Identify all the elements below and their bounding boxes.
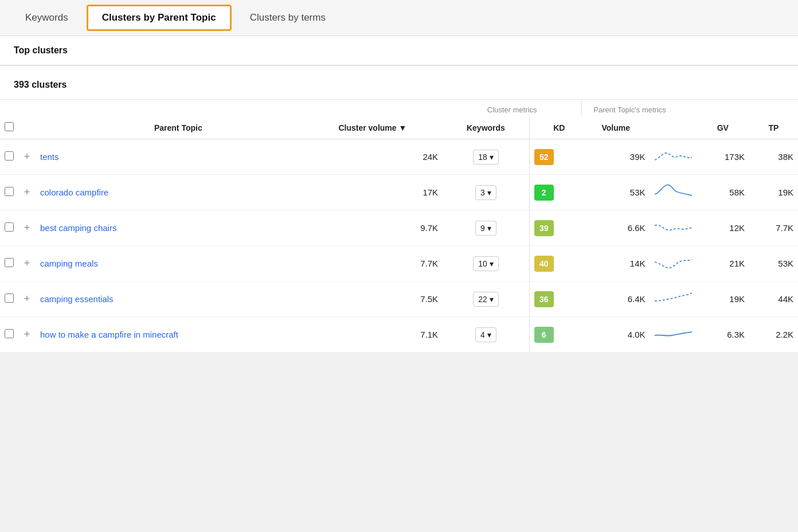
keywords-count: 9	[480, 224, 485, 233]
cluster-volume-cell: 7.1K	[303, 317, 443, 353]
row-checkbox-cell	[0, 317, 18, 353]
topic-link[interactable]: how to make a campfire in minecraft	[40, 330, 178, 339]
volume-cell: 6.6K	[582, 210, 650, 246]
keywords-cell: 22 ▾	[443, 281, 529, 317]
expand-icon[interactable]: +	[18, 175, 36, 210]
expand-icon[interactable]: +	[18, 281, 36, 317]
parent-metrics-label: Parent Topic's metrics	[582, 100, 798, 116]
volume-cell: 4.0K	[582, 317, 650, 353]
volume-cell: 6.4K	[582, 281, 650, 317]
tp-cell: 53K	[749, 246, 798, 281]
col-keywords: Keywords	[443, 116, 529, 139]
cluster-volume-cell: 24K	[303, 139, 443, 175]
keywords-badge[interactable]: 18 ▾	[473, 150, 499, 165]
col-cluster-volume[interactable]: Cluster volume ▼	[303, 116, 443, 139]
row-checkbox[interactable]	[5, 294, 14, 303]
cluster-volume-cell: 9.7K	[303, 210, 443, 246]
clusters-count: 393 clusters	[14, 80, 67, 89]
topic-link[interactable]: tents	[40, 152, 59, 162]
select-all-checkbox[interactable]	[5, 122, 14, 131]
keywords-badge[interactable]: 9 ▾	[475, 221, 496, 236]
expand-icon[interactable]: +	[18, 210, 36, 246]
table-row: + camping meals 7.7K 10 ▾ 40 14K 21K 53K	[0, 246, 798, 281]
table-row: + best camping chairs 9.7K 9 ▾ 39 6.6K 1…	[0, 210, 798, 246]
gv-cell: 173K	[697, 139, 750, 175]
col-kd: KD	[529, 116, 582, 139]
tp-cell: 19K	[749, 175, 798, 210]
dropdown-arrow-icon: ▾	[490, 259, 494, 268]
col-checkbox	[0, 116, 18, 139]
cluster-volume-cell: 17K	[303, 175, 443, 210]
trend-chart	[650, 317, 697, 353]
top-clusters-section: Top clusters	[0, 36, 798, 66]
gv-cell: 21K	[697, 246, 750, 281]
dropdown-arrow-icon: ▾	[490, 152, 494, 162]
tab-keywords[interactable]: Keywords	[9, 0, 84, 36]
row-checkbox-cell	[0, 139, 18, 175]
col-headers-row: Parent Topic Cluster volume ▼ Keywords K…	[0, 116, 798, 139]
tp-cell: 2.2K	[749, 317, 798, 353]
row-checkbox-cell	[0, 210, 18, 246]
main-table-container: Cluster metrics Parent Topic's metrics P…	[0, 100, 798, 353]
keywords-badge[interactable]: 10 ▾	[473, 256, 499, 271]
row-checkbox[interactable]	[5, 258, 14, 267]
table-row: + camping essentials 7.5K 22 ▾ 36 6.4K 1…	[0, 281, 798, 317]
dropdown-arrow-icon: ▾	[487, 188, 491, 197]
keywords-badge[interactable]: 22 ▾	[473, 292, 499, 307]
kd-badge: 2	[534, 185, 554, 201]
keywords-badge[interactable]: 3 ▾	[475, 185, 496, 200]
topic-link[interactable]: best camping chairs	[40, 223, 116, 233]
col-trend	[650, 116, 697, 139]
expand-icon[interactable]: +	[18, 317, 36, 353]
kd-badge: 36	[534, 291, 554, 307]
table-row: + tents 24K 18 ▾ 52 39K 173K 38K	[0, 139, 798, 175]
trend-chart	[650, 139, 697, 175]
table-row: + colorado campfire 17K 3 ▾ 2 53K 58K 19…	[0, 175, 798, 210]
dropdown-arrow-icon: ▾	[487, 224, 491, 233]
parent-topic-cell: how to make a campfire in minecraft	[36, 317, 303, 353]
row-checkbox[interactable]	[5, 329, 14, 338]
row-checkbox[interactable]	[5, 151, 14, 161]
keywords-count: 4	[480, 330, 485, 339]
col-parent-topic: Parent Topic	[18, 116, 303, 139]
kd-badge: 52	[534, 149, 554, 165]
expand-icon[interactable]: +	[18, 139, 36, 175]
clusters-count-bar: 393 clusters	[0, 66, 798, 100]
kd-badge: 39	[534, 220, 554, 236]
topic-link[interactable]: camping meals	[40, 259, 98, 268]
kd-cell: 40	[529, 246, 582, 281]
keywords-count: 3	[480, 188, 485, 197]
trend-chart	[650, 281, 697, 317]
row-checkbox-cell	[0, 246, 18, 281]
row-checkbox[interactable]	[5, 222, 14, 232]
tp-cell: 38K	[749, 139, 798, 175]
table-row: + how to make a campfire in minecraft 7.…	[0, 317, 798, 353]
tab-terms[interactable]: Clusters by terms	[234, 0, 342, 36]
row-checkbox-cell	[0, 175, 18, 210]
row-checkbox-cell	[0, 281, 18, 317]
row-checkbox[interactable]	[5, 187, 14, 196]
cluster-metrics-label: Cluster metrics	[443, 100, 582, 116]
keywords-cell: 3 ▾	[443, 175, 529, 210]
dropdown-arrow-icon: ▾	[490, 295, 494, 304]
keywords-count: 10	[478, 259, 487, 268]
tabs-bar: Keywords Clusters by Parent Topic Cluste…	[0, 0, 798, 36]
keywords-badge[interactable]: 4 ▾	[475, 327, 496, 342]
trend-chart	[650, 246, 697, 281]
parent-topic-cell: tents	[36, 139, 303, 175]
kd-cell: 2	[529, 175, 582, 210]
expand-icon[interactable]: +	[18, 246, 36, 281]
keywords-cell: 4 ▾	[443, 317, 529, 353]
keywords-count: 22	[478, 295, 487, 304]
trend-chart	[650, 175, 697, 210]
tab-parent-topic[interactable]: Clusters by Parent Topic	[87, 5, 232, 31]
gv-cell: 19K	[697, 281, 750, 317]
topic-link[interactable]: camping essentials	[40, 294, 114, 304]
kd-cell: 39	[529, 210, 582, 246]
keywords-cell: 10 ▾	[443, 246, 529, 281]
cluster-volume-cell: 7.7K	[303, 246, 443, 281]
kd-cell: 6	[529, 317, 582, 353]
gv-cell: 6.3K	[697, 317, 750, 353]
col-tp: TP	[749, 116, 798, 139]
topic-link[interactable]: colorado campfire	[40, 187, 108, 197]
